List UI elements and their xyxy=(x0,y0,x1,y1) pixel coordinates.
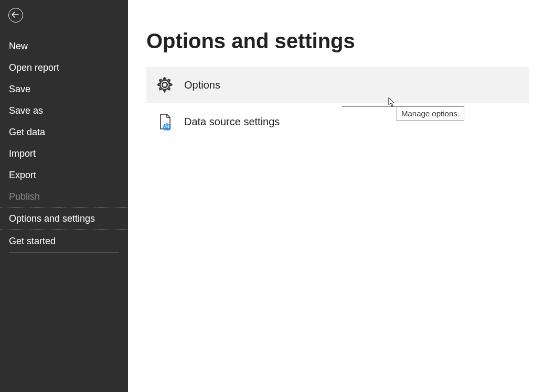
sidebar-divider xyxy=(9,252,119,253)
svg-point-2 xyxy=(166,126,168,128)
gear-icon xyxy=(156,76,174,94)
back-button[interactable] xyxy=(8,8,23,23)
sidebar-item-publish: Publish xyxy=(0,186,128,208)
sidebar-item-label: Save xyxy=(9,84,30,94)
sidebar-item-save-as[interactable]: Save as xyxy=(0,100,128,122)
sidebar-item-label: Get started xyxy=(9,236,56,246)
sidebar-item-label: New xyxy=(9,41,28,51)
sidebar-menu: New Open report Save Save as Get data Im… xyxy=(0,36,128,253)
sidebar-item-save[interactable]: Save xyxy=(0,79,128,100)
document-gear-icon xyxy=(156,113,174,130)
sidebar-item-new[interactable]: New xyxy=(0,36,128,57)
back-arrow-icon xyxy=(12,11,19,19)
sidebar-item-options-and-settings[interactable]: Options and settings xyxy=(0,208,128,230)
page-title: Options and settings xyxy=(146,29,529,53)
sidebar-item-get-started[interactable]: Get started xyxy=(0,230,128,252)
sidebar-item-label: Publish xyxy=(9,191,40,202)
sidebar-item-label: Import xyxy=(9,148,36,159)
sidebar-item-export[interactable]: Export xyxy=(0,165,128,186)
sidebar-item-label: Save as xyxy=(9,105,43,116)
option-label: Data source settings xyxy=(184,116,280,128)
tooltip-text: Manage options. xyxy=(401,109,460,118)
sidebar-item-label: Options and settings xyxy=(9,213,95,224)
sidebar-item-import[interactable]: Import xyxy=(0,143,128,165)
sidebar-item-open-report[interactable]: Open report xyxy=(0,57,128,79)
option-label: Options xyxy=(184,79,220,91)
svg-point-1 xyxy=(163,83,167,88)
sidebar: New Open report Save Save as Get data Im… xyxy=(0,0,128,392)
option-item-options[interactable]: Options xyxy=(146,67,529,103)
sidebar-item-label: Open report xyxy=(9,62,59,73)
tooltip: Manage options. xyxy=(397,106,464,121)
option-list: Options Data source settin xyxy=(146,67,529,140)
sidebar-item-get-data[interactable]: Get data xyxy=(0,122,128,143)
sidebar-item-label: Export xyxy=(9,170,36,180)
option-item-data-source-settings[interactable]: Data source settings xyxy=(146,103,529,140)
main-panel: Options and settings xyxy=(128,0,544,392)
sidebar-item-label: Get data xyxy=(9,127,45,137)
